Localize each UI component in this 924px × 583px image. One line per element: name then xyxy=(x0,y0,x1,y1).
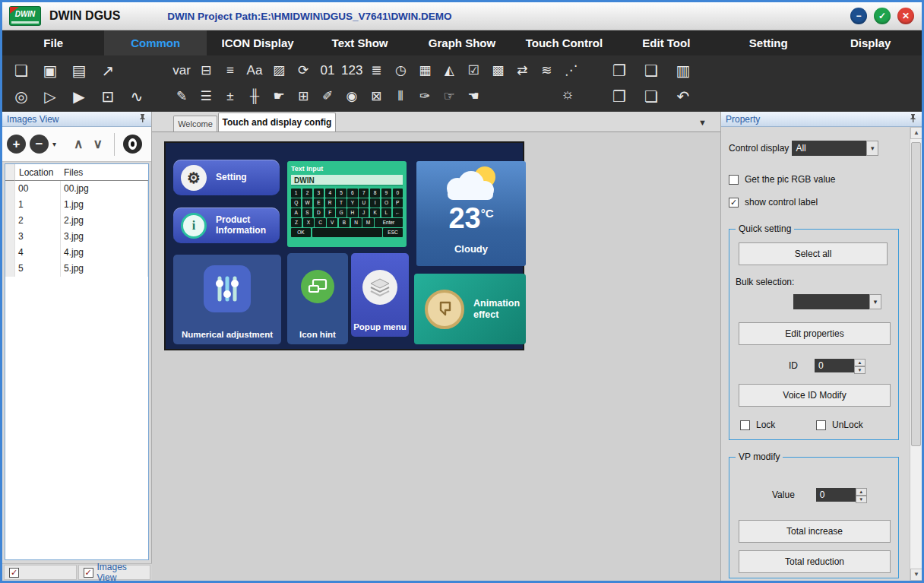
audio-wave-icon[interactable]: ⫴ xyxy=(390,85,411,108)
variable-icon[interactable]: var xyxy=(171,59,192,82)
total-reduction-button[interactable]: Total reduction xyxy=(739,550,891,573)
table-cell-file[interactable]: 4.jpg xyxy=(61,245,148,261)
list-icon[interactable]: ☰ xyxy=(195,85,217,108)
rotation-icon[interactable]: ⟳ xyxy=(293,59,314,82)
table-row[interactable]: 3 xyxy=(15,229,61,245)
scroll-up-icon[interactable]: ▲ xyxy=(910,127,922,139)
table-row[interactable]: 4 xyxy=(15,245,61,261)
copy-page-icon[interactable]: ❒ xyxy=(605,85,634,108)
minimize-button[interactable]: − xyxy=(850,8,867,24)
table-cell-file[interactable]: 2.jpg xyxy=(61,213,148,229)
curve-icon[interactable]: ∿ xyxy=(124,85,150,108)
picture-display-icon[interactable]: ▨ xyxy=(268,59,290,82)
pin-icon[interactable] xyxy=(909,113,917,125)
zoom-dropdown-caret-icon[interactable]: ▾ xyxy=(52,140,56,148)
date-display-icon[interactable]: ▦ xyxy=(414,59,435,82)
screen-preview-image[interactable]: ⚙ Setting i Product Information Numerica… xyxy=(164,141,524,350)
zoom-in-icon[interactable]: + xyxy=(7,135,26,154)
chevron-down-icon[interactable]: ▾ xyxy=(869,294,881,309)
column-header-location[interactable]: Location xyxy=(15,164,61,181)
preview-eye-icon[interactable] xyxy=(123,135,142,154)
total-increase-button[interactable]: Total increase xyxy=(739,520,891,543)
confirm-button[interactable]: ✓ xyxy=(874,8,891,24)
doc-circle-icon[interactable]: ◉ xyxy=(341,85,362,108)
pencil-icon[interactable]: ✐ xyxy=(317,85,338,108)
show-control-label-checkbox[interactable]: ✓ xyxy=(729,198,739,208)
preview-find-icon[interactable]: ◎ xyxy=(8,85,34,108)
pin-icon[interactable] xyxy=(138,113,147,125)
paste-icon[interactable]: ❑ xyxy=(637,59,666,82)
page-number-icon[interactable]: 01 xyxy=(317,59,338,82)
image-frames-icon[interactable]: ⊟ xyxy=(195,59,217,82)
bottom-tab-1[interactable]: ✓ xyxy=(4,565,77,580)
scrollbar-thumb[interactable] xyxy=(911,142,921,446)
disk-search-icon[interactable]: ⊠ xyxy=(365,85,387,108)
copy-icon[interactable]: ❐ xyxy=(605,59,634,82)
close-button[interactable]: ✕ xyxy=(897,8,914,24)
text-file-icon[interactable]: ≣ xyxy=(365,59,387,82)
brightness-icon[interactable]: ☼ xyxy=(557,86,578,103)
value-input[interactable]: 0 xyxy=(816,488,856,502)
unlock-checkbox[interactable] xyxy=(816,420,826,430)
control-display-select[interactable]: All xyxy=(792,141,866,156)
select-all-button[interactable]: Select all xyxy=(739,242,888,265)
edit-properties-button[interactable]: Edit properties xyxy=(739,322,891,345)
export-icon[interactable]: ↗ xyxy=(95,59,121,82)
column-header-files[interactable]: Files xyxy=(61,164,148,181)
id-input[interactable]: 0 xyxy=(815,359,854,372)
chevron-down-icon[interactable]: ▾ xyxy=(866,141,878,156)
id-stepper[interactable]: ▲▼ xyxy=(854,359,865,372)
vertical-slider-icon[interactable]: ╫ xyxy=(244,85,265,108)
digit-display-icon[interactable]: 123 xyxy=(341,59,362,82)
move-up-icon[interactable]: ∧ xyxy=(71,136,86,152)
bulk-selection-select[interactable] xyxy=(793,294,869,309)
menu-setting[interactable]: Setting xyxy=(717,30,819,55)
table-row[interactable]: 2 xyxy=(15,213,61,229)
run-preview-icon[interactable]: ▷ xyxy=(37,85,63,108)
data-stack-icon[interactable]: ≋ xyxy=(536,59,557,82)
table-row[interactable]: 1 xyxy=(15,197,61,213)
table-cell-file[interactable]: 00.jpg xyxy=(61,181,148,197)
get-rgb-checkbox[interactable] xyxy=(729,175,739,185)
voice-id-modify-button[interactable]: Voice ID Modify xyxy=(739,384,891,407)
table-cell-file[interactable]: 5.jpg xyxy=(61,261,148,277)
zoom-out-icon[interactable]: − xyxy=(30,135,49,154)
print-icon[interactable]: ▤ xyxy=(66,59,92,82)
clock-display-icon[interactable]: ◷ xyxy=(390,59,411,82)
table-row[interactable]: 5 xyxy=(15,261,61,277)
save-icon[interactable]: ▣ xyxy=(37,59,63,82)
touch-config-icon[interactable]: ☑ xyxy=(463,59,484,82)
screen-preview-icon[interactable]: ⊡ xyxy=(95,85,121,108)
plus-minus-icon[interactable]: ± xyxy=(220,85,241,108)
menu-graph-show[interactable]: Graph Show xyxy=(411,30,513,55)
move-down-icon[interactable]: ∨ xyxy=(90,136,105,152)
menu-edit-tool[interactable]: Edit Tool xyxy=(615,30,717,55)
paste-page-icon[interactable]: ❏ xyxy=(637,85,666,108)
video-preview-icon[interactable]: ▶ xyxy=(66,85,92,108)
scroll-down-icon[interactable]: ▼ xyxy=(910,569,922,581)
slider-config-icon[interactable]: ≡ xyxy=(220,59,241,82)
property-scrollbar[interactable]: ▲ ▼ xyxy=(910,127,922,581)
undo-icon[interactable]: ↶ xyxy=(669,85,698,108)
table-cell-file[interactable]: 3.jpg xyxy=(61,229,148,245)
tab-touch-and-display-config[interactable]: Touch and display config xyxy=(218,112,336,131)
table-row[interactable]: 00 xyxy=(15,181,61,197)
new-project-icon[interactable]: ❏ xyxy=(8,59,34,82)
graphic-shapes-icon[interactable]: ◭ xyxy=(438,59,460,82)
bottom-tab-2-checkbox[interactable]: ✓ xyxy=(84,568,93,578)
menu-common[interactable]: Common xyxy=(104,30,206,55)
hand-drag-icon[interactable]: ☚ xyxy=(463,85,484,108)
gesture-draw-icon[interactable]: ✑ xyxy=(414,85,435,108)
menu-display[interactable]: Display xyxy=(820,30,922,55)
bottom-tab-images-view[interactable]: ✓ Images View xyxy=(78,565,151,580)
menu-text-show[interactable]: Text Show xyxy=(309,30,410,55)
text-display-icon[interactable]: Aa xyxy=(244,59,265,82)
bottom-tab-1-checkbox[interactable]: ✓ xyxy=(9,568,19,578)
menu-icon-display[interactable]: ICON Display xyxy=(207,30,309,55)
menu-touch-control[interactable]: Touch Control xyxy=(513,30,615,55)
tab-welcome[interactable]: Welcome xyxy=(173,116,217,131)
doc-edit-icon[interactable]: ✎ xyxy=(171,85,192,108)
qr-code-icon[interactable]: ▩ xyxy=(487,59,508,82)
image-animation-icon[interactable]: ⇄ xyxy=(511,59,533,82)
tab-list-dropdown-icon[interactable]: ▼ xyxy=(698,118,707,127)
